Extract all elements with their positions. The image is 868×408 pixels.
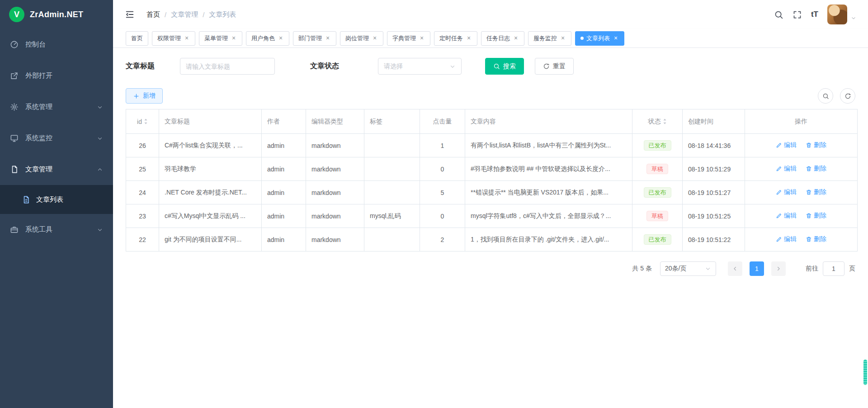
main-area: 首页/文章管理/文章列表 tT 首页权限管理×菜单管理×用户角色×部门管理×岗位… xyxy=(113,0,868,408)
status-badge: 草稿 xyxy=(646,164,668,174)
delete-link[interactable]: 删除 xyxy=(806,188,826,196)
breadcrumb-item[interactable]: 文章管理 xyxy=(171,10,198,19)
cell-actions: 编辑删除 xyxy=(745,228,858,251)
tab-close-icon[interactable]: × xyxy=(466,35,472,42)
cell-actions: 编辑删除 xyxy=(745,181,858,204)
tab[interactable]: 任务日志× xyxy=(481,31,524,46)
sidebar-item[interactable]: 控制台 xyxy=(0,29,113,60)
tab[interactable]: 定时任务× xyxy=(434,31,477,46)
edit-link[interactable]: 编辑 xyxy=(776,235,797,243)
tab[interactable]: 服务监控× xyxy=(528,31,571,46)
cell-author: admin xyxy=(262,228,306,251)
page-number-button[interactable]: 1 xyxy=(750,261,764,276)
tab-close-icon[interactable]: × xyxy=(184,35,190,42)
next-page-button[interactable] xyxy=(771,261,786,276)
page-size-select[interactable]: 20条/页 xyxy=(660,261,716,276)
cell-id: 22 xyxy=(126,228,159,251)
scrollbar-thumb[interactable] xyxy=(863,360,867,385)
delete-icon xyxy=(806,189,812,195)
tab-close-icon[interactable]: × xyxy=(419,35,425,42)
sidebar-item[interactable]: 外部打开 xyxy=(0,60,113,91)
search-button[interactable]: 搜索 xyxy=(485,58,524,75)
font-size-icon[interactable]: tT xyxy=(811,10,818,19)
cell-clicks: 2 xyxy=(420,228,465,251)
edit-link-label: 编辑 xyxy=(784,212,797,220)
add-button-label: 新增 xyxy=(143,92,156,100)
article-status-select[interactable]: 请选择 xyxy=(378,58,462,75)
refresh-icon xyxy=(543,63,550,70)
tab-label: 任务日志 xyxy=(486,34,510,43)
chevron-right-icon xyxy=(775,266,782,272)
sidebar-item[interactable]: 系统工具 xyxy=(0,214,113,245)
edit-link[interactable]: 编辑 xyxy=(776,188,797,196)
sidebar-item-label: 外部打开 xyxy=(25,71,52,80)
tab[interactable]: 权限管理× xyxy=(152,31,195,46)
cell-title: C#两个list集合实现关联，... xyxy=(159,134,262,157)
article-title-input[interactable] xyxy=(180,58,275,75)
tab[interactable]: 用户角色× xyxy=(246,31,289,46)
cell-tags xyxy=(364,157,420,181)
cell-content: 1，找到项目所在目录下的 .git/文件夹，进入.git/... xyxy=(465,228,632,251)
tab[interactable]: 字典管理× xyxy=(387,31,430,46)
tab-label: 权限管理 xyxy=(157,34,181,43)
cell-id: 24 xyxy=(126,181,159,204)
edit-link[interactable]: 编辑 xyxy=(776,141,797,149)
edit-link[interactable]: 编辑 xyxy=(776,212,797,220)
tab-close-icon[interactable]: × xyxy=(325,35,331,42)
sidebar-item-label: 文章管理 xyxy=(25,165,52,174)
search-icon[interactable] xyxy=(774,10,783,19)
sidebar-subitem[interactable]: 文章列表 xyxy=(0,185,113,214)
chevron-down-icon[interactable] xyxy=(851,15,856,21)
reset-button[interactable]: 重置 xyxy=(535,58,574,75)
fullscreen-icon[interactable] xyxy=(793,10,802,19)
delete-link[interactable]: 删除 xyxy=(806,165,826,173)
sidebar-item[interactable]: 系统管理 xyxy=(0,91,113,123)
column-header: 点击量 xyxy=(420,109,465,134)
cell-author: admin xyxy=(262,181,306,204)
tab[interactable]: 岗位管理× xyxy=(340,31,383,46)
tab[interactable]: 文章列表× xyxy=(575,31,624,46)
search-button-label: 搜索 xyxy=(503,62,516,71)
tab[interactable]: 菜单管理× xyxy=(199,31,242,46)
column-header-label: 作者 xyxy=(267,118,280,126)
tab-close-icon[interactable]: × xyxy=(513,35,519,42)
sidebar-collapse-icon[interactable] xyxy=(125,9,135,19)
sidebar: V ZrAdmin.NET 控制台外部打开系统管理系统监控文章管理文章列表系统工… xyxy=(0,0,113,408)
column-header[interactable]: 状态 xyxy=(632,109,683,134)
delete-link-label: 删除 xyxy=(814,165,826,173)
avatar[interactable] xyxy=(827,5,847,24)
cell-status: 草稿 xyxy=(632,157,683,181)
tab-close-icon[interactable]: × xyxy=(231,35,237,42)
cell-content: 有两个list,listA 和listB，listA中有三个属性列为St... xyxy=(465,134,632,157)
delete-link[interactable]: 删除 xyxy=(806,141,826,149)
tab-label: 定时任务 xyxy=(439,34,463,43)
breadcrumb-item[interactable]: 首页 xyxy=(146,10,160,19)
cell-clicks: 0 xyxy=(420,157,465,181)
tab-close-icon[interactable]: × xyxy=(560,35,566,42)
tab-close-icon[interactable]: × xyxy=(278,35,284,42)
sidebar-item[interactable]: 系统监控 xyxy=(0,123,113,154)
delete-link[interactable]: 删除 xyxy=(806,212,826,220)
chevron-down-icon xyxy=(97,135,103,142)
tab[interactable]: 部门管理× xyxy=(293,31,336,46)
add-button[interactable]: 新增 xyxy=(126,88,163,104)
topbar: 首页/文章管理/文章列表 tT xyxy=(113,0,868,29)
column-header-label: 文章标题 xyxy=(165,118,190,126)
goto-page-input[interactable] xyxy=(823,261,844,276)
tab[interactable]: 首页 xyxy=(126,31,148,46)
page-size-value: 20条/页 xyxy=(665,265,686,273)
delete-link[interactable]: 删除 xyxy=(806,235,826,243)
edit-link[interactable]: 编辑 xyxy=(776,165,797,173)
column-header[interactable]: id xyxy=(126,109,159,134)
prev-page-button[interactable] xyxy=(728,261,742,276)
cell-id: 23 xyxy=(126,204,159,228)
refresh-table-button[interactable] xyxy=(840,88,855,104)
cell-status: 已发布 xyxy=(632,134,683,157)
chevron-down-icon xyxy=(705,266,711,272)
tab-close-icon[interactable]: × xyxy=(613,35,619,42)
cell-title: c#写入Mysql中文显示乱码 ... xyxy=(159,204,262,228)
toggle-search-button[interactable] xyxy=(818,88,833,104)
tab-close-icon[interactable]: × xyxy=(372,35,378,42)
cell-created_at: 08-19 10:51:22 xyxy=(683,228,745,251)
sidebar-item[interactable]: 文章管理 xyxy=(0,154,113,185)
